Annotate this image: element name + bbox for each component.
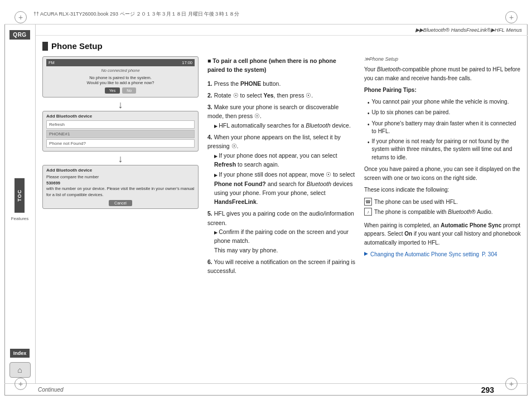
icon2-row: ♪ The phone is compatible with Bluetooth… (364, 208, 521, 217)
qrg-badge[interactable]: QRG (9, 30, 30, 40)
pairing-tips-list: • You cannot pair your phone while the v… (367, 98, 521, 162)
bottom-bar: Continued 293 (4, 383, 528, 396)
step-2: 2. Rotate ☉ to select Yes, then press ☉. (207, 91, 355, 100)
screen2-title: Add Bluetooth device (46, 114, 195, 119)
step-3: 3. Make sure your phone is search or dis… (207, 103, 355, 130)
corner-mark-tr (505, 11, 518, 23)
tip-3: • Your phone's battery may drain faster … (367, 120, 521, 136)
toc-button[interactable]: TOC (14, 178, 25, 213)
auto-sync-text: When pairing is completed, an Automatic … (364, 221, 521, 247)
screen1-body: No phone is paired to the system.Would y… (46, 74, 195, 95)
left-sidebar: QRG TOC Features Index ⌂ (4, 25, 36, 383)
right-intro: Your Bluetooth-compatible phone must be … (364, 65, 521, 82)
step-6: 6. You will receive a notification on th… (207, 257, 355, 276)
screen2-refresh: Refresh (46, 120, 195, 129)
page-number: 293 (481, 386, 494, 394)
home-button[interactable]: ⌂ (9, 362, 31, 378)
corner-mark-br (505, 378, 518, 390)
screen1-header: FM 17:00 (46, 59, 195, 66)
breadcrumb: ▶▶Bluetooth® HandsFreeLink®▶HFL Menus (36, 25, 528, 36)
section-title: Phone Setup (51, 41, 103, 51)
step-5: 5. HFL gives you a pairing code on the a… (207, 209, 355, 254)
instructions-column: ■ To pair a cell phone (when there is no… (207, 56, 355, 379)
phone-screen-3: Add Bluetooth device Please compare the … (42, 165, 199, 209)
screen1-subtitle: No connected phone (46, 68, 195, 73)
screen3-body: Please compare the number530699with the … (46, 174, 195, 198)
left-column: FM 17:00 No connected phone No phone is … (42, 56, 199, 379)
section-header: Phone Setup (42, 41, 521, 51)
screen2-phone1: PHONE#1 (46, 130, 195, 138)
phone-screen-1: FM 17:00 No connected phone No phone is … (42, 56, 199, 97)
index-button[interactable]: Index (10, 349, 30, 358)
phone-screen-2: Add Bluetooth device Refresh PHONE#1 Pho… (42, 111, 199, 152)
link-icon: ▶ (364, 250, 368, 258)
link-row: ▶ Changing the Automatic Phone Sync sett… (364, 250, 521, 259)
tip-2: • Up to six phones can be paired. (367, 109, 521, 118)
corner-mark-tl (14, 11, 27, 23)
section-block (42, 42, 48, 51)
pairing-tips-title: Phone Pairing Tips: (364, 86, 521, 95)
icon1-row: ☎ The phone can be used with HFL. (364, 198, 521, 207)
bt-audio-icon: ♪ (364, 208, 372, 216)
right-section-label: ≫Phone Setup (364, 56, 521, 62)
corner-mark-bl (14, 378, 27, 390)
hfl-phone-icon: ☎ (364, 198, 372, 206)
icons-intro-text: These icons indicate the following: (364, 186, 521, 194)
content-columns: FM 17:00 No connected phone No phone is … (42, 56, 521, 379)
tip-1: • You cannot pair your phone while the v… (367, 98, 521, 108)
screen1-yes-btn[interactable]: Yes (105, 87, 120, 94)
screen1-buttons: Yes No (47, 87, 194, 94)
arrow-2: ↓ (42, 154, 199, 164)
step-1: 1. Press the PHONE button. (207, 79, 355, 88)
right-body: Your Bluetooth-compatible phone must be … (364, 65, 521, 259)
instructions: ■ To pair a cell phone (when there is no… (207, 56, 355, 275)
main-content: Phone Setup FM 17:00 No connected phone … (36, 37, 528, 383)
step-4: 4. When your phone appears on the list, … (207, 133, 355, 206)
right-column: ≫Phone Setup Your Bluetooth-compatible p… (364, 56, 521, 379)
auto-sync-link[interactable]: Changing the Automatic Phone Sync settin… (370, 251, 479, 257)
top-header: †† ACURA RLX-31TY26000.book 293 ページ ２０１３… (4, 4, 528, 25)
post-pairing-text: Once you have paired a phone, you can se… (364, 165, 521, 182)
screen3-title: Add Bluetooth device (46, 168, 195, 173)
continued-text: Continued (38, 387, 64, 393)
toc-sublabel: Features (11, 216, 29, 221)
instructions-heading: ■ To pair a cell phone (when there is no… (207, 56, 355, 75)
screen3-cancel-btn[interactable]: Cancel (109, 200, 132, 206)
screen1-no-btn[interactable]: No (122, 87, 136, 94)
link-page: P. 304 (482, 251, 497, 257)
arrow-1: ↓ (42, 100, 199, 110)
file-info: †† ACURA RLX-31TY26000.book 293 ページ ２０１３… (33, 11, 239, 18)
tip-4: • If your phone is not ready for pairing… (367, 138, 521, 162)
screen2-not-found: Phone not Found? (46, 139, 195, 148)
